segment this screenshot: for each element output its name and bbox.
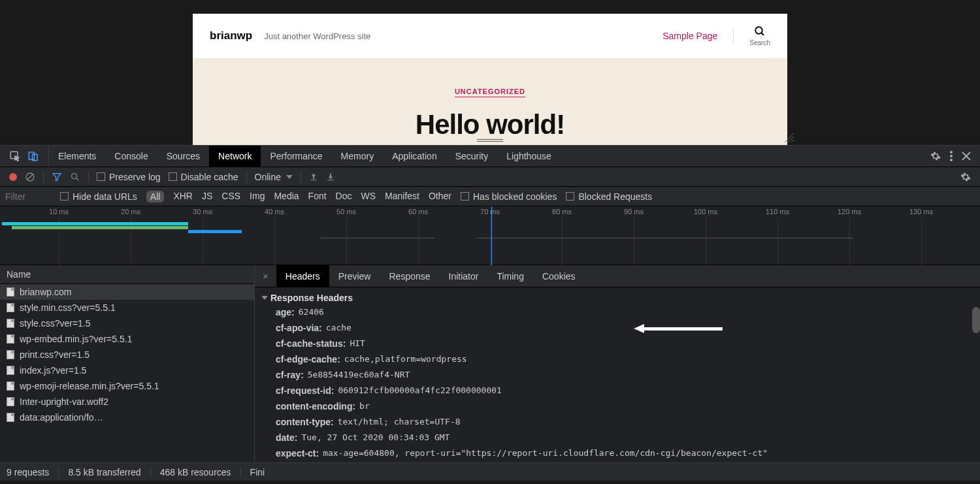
page-preview-pane: brianwp Just another WordPress site Samp…: [0, 0, 980, 145]
response-header-row: content-type:text/html; charset=UTF-8: [255, 414, 980, 430]
site-title[interactable]: brianwp: [210, 29, 252, 42]
filter-type-media[interactable]: Media: [274, 191, 299, 202]
search-network-icon[interactable]: [70, 172, 80, 182]
corner-resize-handle[interactable]: [785, 133, 794, 142]
detail-tab-initiator[interactable]: Initiator: [440, 265, 488, 287]
filter-type-manifest[interactable]: Manifest: [385, 191, 419, 202]
download-har-icon[interactable]: [326, 172, 335, 182]
tab-console[interactable]: Console: [105, 146, 157, 167]
file-icon: [7, 397, 14, 406]
request-name: wp-emoji-release.min.js?ver=5.5.1: [20, 381, 159, 391]
tab-application[interactable]: Application: [383, 146, 446, 167]
timeline-tick: 90 ms: [624, 208, 644, 216]
file-icon: [7, 303, 14, 312]
scrollbar[interactable]: [972, 307, 980, 333]
filter-input[interactable]: [5, 191, 51, 202]
tab-performance[interactable]: Performance: [261, 146, 331, 167]
filter-type-font[interactable]: Font: [308, 191, 327, 202]
tab-memory[interactable]: Memory: [332, 146, 384, 167]
tab-elements[interactable]: Elements: [49, 146, 105, 167]
response-header-row: date:Tue, 27 Oct 2020 00:34:03 GMT: [255, 430, 980, 445]
network-toolbar: Preserve log Disable cache Online: [0, 167, 980, 187]
preserve-log-checkbox[interactable]: Preserve log: [97, 172, 161, 182]
settings-icon[interactable]: [930, 151, 941, 161]
request-row[interactable]: wp-embed.min.js?ver=5.5.1: [0, 331, 254, 347]
header-key: cf-ray:: [276, 370, 304, 380]
timeline-tick: 60 ms: [408, 208, 428, 216]
sample-page-link[interactable]: Sample Page: [662, 31, 717, 41]
detail-tab-timing[interactable]: Timing: [487, 265, 533, 287]
header-value: 060912fcfb00000af4fc22f000000001: [338, 385, 501, 396]
filter-type-css[interactable]: CSS: [221, 191, 240, 202]
request-row[interactable]: wp-emoji-release.min.js?ver=5.5.1: [0, 378, 254, 394]
search-button[interactable]: Search: [749, 25, 770, 46]
request-name: print.css?ver=1.5: [20, 349, 90, 360]
request-row[interactable]: index.js?ver=1.5: [0, 363, 254, 378]
request-row[interactable]: print.css?ver=1.5: [0, 347, 254, 363]
svg-point-7: [950, 159, 953, 161]
request-row[interactable]: brianwp.com: [0, 284, 254, 300]
svg-point-0: [755, 27, 762, 34]
tab-network[interactable]: Network: [209, 146, 261, 167]
clear-icon[interactable]: [25, 172, 35, 182]
tab-sources[interactable]: Sources: [157, 146, 209, 167]
svg-line-11: [27, 174, 33, 180]
timeline-tick: 120 ms: [838, 208, 861, 216]
response-headers-section[interactable]: Response Headers: [255, 291, 980, 304]
timeline-tick: 10 ms: [49, 208, 69, 216]
header-key: content-encoding:: [276, 401, 355, 411]
devtools-drag-handle[interactable]: [477, 139, 503, 142]
filter-type-doc[interactable]: Doc: [336, 191, 352, 202]
network-timeline[interactable]: 10 ms20 ms30 ms40 ms50 ms60 ms70 ms80 ms…: [0, 206, 980, 265]
svg-point-5: [950, 151, 953, 153]
detail-tab-preview[interactable]: Preview: [329, 265, 380, 287]
header-key: date:: [276, 432, 297, 443]
request-row[interactable]: style.min.css?ver=5.5.1: [0, 300, 254, 315]
filter-toggle-icon[interactable]: [52, 172, 62, 182]
timeline-tick: 70 ms: [480, 208, 500, 216]
upload-har-icon[interactable]: [309, 172, 318, 182]
device-toolbar-icon[interactable]: [27, 150, 39, 162]
header-key: cf-cache-status:: [276, 338, 346, 349]
tab-lighthouse[interactable]: Lighthouse: [497, 146, 561, 167]
blocked-requests-checkbox[interactable]: Blocked Requests: [566, 191, 652, 202]
response-header-row: link:<https://brianwp.com/index.php?rest…: [255, 461, 980, 462]
network-status-bar: 9 requests 8.5 kB transferred 468 kB res…: [0, 462, 980, 481]
header-value: Tue, 27 Oct 2020 00:34:03 GMT: [301, 432, 449, 443]
detail-tab-headers[interactable]: Headers: [276, 265, 329, 287]
timeline-bar: [188, 230, 242, 233]
post-category[interactable]: UNCATEGORIZED: [455, 88, 525, 97]
request-list-header[interactable]: Name: [0, 265, 254, 284]
status-finish: Fini: [250, 467, 265, 477]
inspect-element-icon[interactable]: [9, 150, 21, 162]
request-row[interactable]: data:application/fo…: [0, 410, 254, 425]
hide-data-urls-checkbox[interactable]: Hide data URLs: [60, 191, 137, 202]
more-icon[interactable]: [950, 151, 953, 161]
request-row[interactable]: style.css?ver=1.5: [0, 315, 254, 331]
filter-type-ws[interactable]: WS: [361, 191, 376, 202]
timeline-tick: 20 ms: [121, 208, 140, 216]
filter-type-img[interactable]: Img: [250, 191, 265, 202]
blocked-cookies-checkbox[interactable]: Has blocked cookies: [461, 191, 557, 202]
network-settings-icon[interactable]: [960, 172, 971, 182]
throttling-select[interactable]: Online: [255, 172, 293, 182]
close-devtools-icon[interactable]: [962, 152, 971, 161]
record-button[interactable]: [9, 173, 17, 181]
detail-tab-response[interactable]: Response: [380, 265, 439, 287]
detail-tab-cookies[interactable]: Cookies: [533, 265, 585, 287]
header-key: content-type:: [276, 417, 334, 427]
request-row[interactable]: Inter-upright-var.woff2: [0, 394, 254, 410]
tab-security[interactable]: Security: [446, 146, 498, 167]
close-detail-icon[interactable]: ×: [255, 270, 276, 282]
timeline-tick: 80 ms: [552, 208, 572, 216]
filter-type-xhr[interactable]: XHR: [173, 191, 193, 202]
filter-type-all[interactable]: All: [146, 191, 165, 202]
response-header-row: age:62406: [255, 304, 980, 320]
post-title[interactable]: Hello world!: [193, 109, 787, 140]
header-value: 62406: [299, 307, 324, 317]
filter-type-other[interactable]: Other: [429, 191, 451, 202]
filter-type-js[interactable]: JS: [202, 191, 212, 202]
disable-cache-checkbox[interactable]: Disable cache: [169, 172, 238, 182]
timeline-bar: [12, 226, 188, 229]
header-key: cf-apo-via:: [276, 323, 322, 333]
